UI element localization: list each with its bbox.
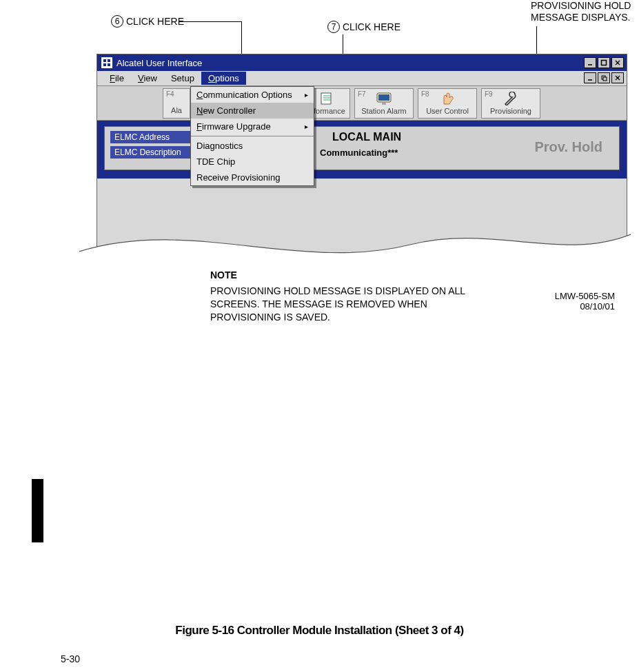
page-tab-marker — [32, 479, 43, 542]
menu-setup[interactable]: Setup — [164, 72, 201, 85]
submenu-arrow-icon: ▸ — [305, 91, 308, 99]
app-icon — [101, 57, 112, 68]
status-heading: LOCAL MAIN — [332, 131, 401, 143]
callout-prov-hold-line1: PROVISIONING HOLD — [531, 0, 631, 12]
status-communicating: Communicating*** — [320, 147, 398, 158]
fkey-f7: F7 — [358, 90, 366, 98]
dd-diagnostics[interactable]: Diagnostics — [191, 138, 314, 154]
svg-rect-19 — [382, 103, 386, 105]
svg-rect-3 — [108, 63, 110, 66]
svg-rect-13 — [321, 93, 331, 104]
doc-id-line2: 08/10/01 — [555, 301, 615, 312]
hand-icon — [438, 92, 456, 105]
callout-7: 7 CLICK HERE — [327, 21, 400, 33]
svg-rect-0 — [103, 59, 106, 62]
toolbar-provisioning-label: Provisioning — [490, 107, 531, 115]
minimize-button[interactable] — [584, 57, 596, 68]
menu-options[interactable]: Options — [201, 72, 246, 85]
dd-receive-provisioning[interactable]: Receive Provisioning — [191, 170, 314, 185]
callout-prov-hold: PROVISIONING HOLD MESSAGE DISPLAYS. — [531, 0, 631, 23]
status-panel: ELMC Address ELMC Description LOCAL MAIN… — [97, 121, 627, 179]
figure-caption: Figure 5-16 Controller Module Installati… — [0, 624, 639, 638]
monitor-icon — [375, 92, 393, 105]
toolbar-station-alarm[interactable]: F7 Station Alarm — [354, 88, 414, 119]
menu-file[interactable]: File — [103, 72, 131, 85]
elmc-description-label: ELMC Description — [110, 146, 193, 159]
page-number: 5-30 — [61, 653, 80, 664]
svg-rect-1 — [108, 59, 110, 62]
toolbar-alarm[interactable]: F4 Ala — [163, 88, 190, 119]
child-close-button[interactable] — [611, 72, 624, 83]
submenu-arrow-icon: ▸ — [305, 123, 308, 130]
callout-6: 6 CLICK HERE — [111, 15, 184, 28]
dd-new-controller[interactable]: New Controller — [191, 103, 314, 119]
fkey-f9: F9 — [485, 90, 493, 98]
dropdown-separator — [191, 136, 314, 136]
note-body: PROVISIONING HOLD MESSAGE IS DISPLAYED O… — [210, 285, 486, 324]
dd-communication-options[interactable]: Communication Options ▸ — [191, 87, 314, 103]
svg-rect-5 — [602, 61, 607, 65]
title-bar: Alcatel User Interface — [97, 54, 627, 71]
toolbar-user-control-label: User Control — [426, 107, 469, 115]
doc-id-line1: LMW-5065-SM — [555, 291, 615, 301]
menu-bar: File View Setup Options — [97, 71, 627, 86]
clipboard-icon — [317, 92, 335, 105]
child-minimize-button[interactable] — [584, 72, 596, 83]
callout-6-number: 6 — [111, 15, 123, 28]
svg-rect-18 — [378, 94, 389, 101]
close-button[interactable] — [611, 57, 624, 68]
maximize-button[interactable] — [598, 57, 610, 68]
elmc-address-label: ELMC Address — [110, 131, 193, 143]
dd-firmware-upgrade[interactable]: Firmware Upgrade ▸ — [191, 119, 314, 134]
prov-hold-text: Prov. Hold — [534, 139, 602, 155]
menu-view[interactable]: View — [131, 72, 164, 85]
svg-rect-2 — [103, 63, 106, 66]
wrench-icon — [502, 92, 520, 105]
toolbar-provisioning[interactable]: F9 Provisioning — [481, 88, 540, 119]
svg-rect-10 — [603, 77, 607, 81]
note-heading: NOTE — [210, 269, 486, 282]
options-dropdown: Communication Options ▸ New Controller F… — [190, 86, 314, 186]
callout-6-leader-h — [179, 21, 241, 22]
torn-page-curve — [79, 214, 631, 276]
fkey-f8: F8 — [421, 90, 429, 98]
child-restore-button[interactable] — [598, 72, 610, 83]
toolbar-user-control[interactable]: F8 User Control — [418, 88, 477, 119]
note-block: NOTE PROVISIONING HOLD MESSAGE IS DISPLA… — [210, 269, 486, 324]
fkey-f4: F4 — [166, 90, 174, 98]
dd-tde-chip[interactable]: TDE Chip — [191, 154, 314, 170]
status-inset: ELMC Address ELMC Description LOCAL MAIN… — [104, 126, 620, 170]
callout-7-text: CLICK HERE — [343, 21, 400, 32]
callout-prov-hold-line2: MESSAGE DISPLAYS. — [531, 12, 631, 23]
toolbar-alarm-label: Ala — [171, 106, 182, 114]
window-title: Alcatel User Interface — [116, 58, 584, 68]
doc-id: LMW-5065-SM 08/10/01 — [555, 291, 615, 312]
callout-7-number: 7 — [327, 21, 340, 33]
callout-6-text: CLICK HERE — [126, 16, 184, 27]
toolbar-station-alarm-label: Station Alarm — [361, 107, 406, 115]
toolbar: F4 Ala erformance F7 Station Alarm F8 Us… — [97, 86, 627, 121]
